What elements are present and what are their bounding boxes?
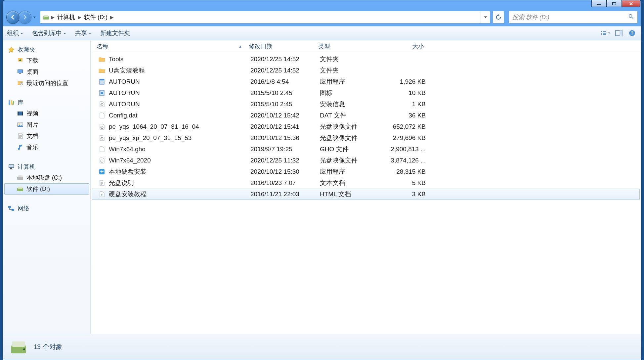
- nav-group-libraries: 库 视频 图片 文档 音乐: [4, 97, 89, 153]
- file-type-icon: [98, 101, 106, 108]
- file-size: 1 KB: [386, 101, 429, 108]
- download-icon: [17, 57, 24, 64]
- nav-label: 计算机: [18, 163, 35, 171]
- nav-label: 库: [18, 99, 23, 107]
- nav-item-downloads[interactable]: 下载: [4, 55, 89, 66]
- file-size: 3 KB: [386, 191, 429, 198]
- file-row[interactable]: Win7x64_20202020/12/25 11:32光盘映像文件3,874,…: [92, 155, 640, 166]
- history-dropdown[interactable]: [31, 11, 37, 24]
- file-name: AUTORUN: [109, 101, 140, 108]
- nav-item-music[interactable]: 音乐: [4, 142, 89, 153]
- file-row[interactable]: pe_yqs_1064_20_07_31_16_042020/10/12 15:…: [92, 121, 640, 132]
- file-row[interactable]: AUTORUN2015/5/10 2:45安装信息1 KB: [92, 99, 640, 110]
- file-row[interactable]: U盘安装教程2020/12/25 14:52文件夹: [92, 65, 640, 76]
- breadcrumb-computer[interactable]: 计算机: [56, 11, 76, 23]
- breadcrumb-drive[interactable]: 软件 (D:): [83, 11, 109, 23]
- svg-rect-24: [18, 112, 19, 115]
- document-icon: [17, 132, 24, 140]
- nav-item-documents[interactable]: 文档: [4, 130, 89, 142]
- forward-button[interactable]: [18, 11, 31, 24]
- file-type-icon: [98, 78, 106, 85]
- nav-header-network[interactable]: 网络: [4, 203, 89, 214]
- col-name[interactable]: 名称 ▲: [93, 42, 245, 50]
- svg-point-50: [102, 161, 102, 161]
- file-type: 文本文档: [317, 179, 386, 187]
- svg-rect-20: [9, 100, 10, 105]
- nav-item-videos[interactable]: 视频: [4, 108, 89, 119]
- file-date: 2020/10/12 15:41: [247, 123, 317, 130]
- back-button[interactable]: [6, 11, 20, 24]
- file-date: 2020/10/12 15:36: [247, 134, 317, 142]
- main-area: 收藏夹 下载 桌面 最近访问的位置 库: [3, 40, 641, 334]
- nav-header-favorites[interactable]: 收藏夹: [4, 44, 89, 55]
- file-type: 文件夹: [317, 55, 386, 64]
- file-row[interactable]: Config.dat2020/10/12 15:42DAT 文件36 KB: [92, 110, 640, 121]
- nav-header-computer[interactable]: 计算机: [4, 161, 89, 172]
- nav-item-recent[interactable]: 最近访问的位置: [4, 77, 89, 89]
- file-name: pe_yqs_1064_20_07_31_16_04: [109, 123, 199, 130]
- music-icon: [17, 144, 24, 151]
- file-row[interactable]: 光盘说明2016/10/23 7:07文本文档5 KB: [92, 177, 640, 189]
- include-menu[interactable]: 包含到库中: [32, 29, 66, 37]
- col-size[interactable]: 大小: [384, 42, 427, 50]
- file-list[interactable]: Tools2020/12/25 14:52文件夹U盘安装教程2020/12/25…: [91, 52, 641, 334]
- svg-point-42: [101, 92, 103, 94]
- library-icon: [8, 99, 15, 106]
- organize-menu[interactable]: 组织: [7, 29, 23, 37]
- file-date: 2020/12/25 11:32: [247, 157, 317, 164]
- newfolder-button[interactable]: 新建文件夹: [100, 29, 130, 37]
- nav-item-drive-d[interactable]: 软件 (D:): [4, 183, 89, 195]
- file-row[interactable]: Tools2020/12/25 14:52文件夹: [92, 54, 640, 65]
- address-bar[interactable]: ▶ 计算机 ▶ 软件 (D:) ▶: [40, 11, 490, 23]
- file-name: pe_yqs_xp_20_07_31_15_53: [109, 134, 192, 142]
- share-menu[interactable]: 共享: [75, 29, 92, 37]
- file-row[interactable]: Win7x64.gho2019/9/7 19:25GHO 文件2,900,813…: [92, 144, 640, 155]
- svg-rect-21: [11, 100, 12, 105]
- file-date: 2020/10/12 15:30: [247, 168, 317, 175]
- nav-item-pictures[interactable]: 图片: [4, 119, 89, 130]
- svg-rect-13: [620, 30, 622, 36]
- file-size: 3,874,126 ...: [386, 157, 429, 164]
- refresh-button[interactable]: [493, 11, 504, 23]
- svg-rect-32: [10, 169, 13, 169]
- drive-icon: [42, 14, 50, 21]
- minimize-button[interactable]: [591, 0, 607, 7]
- preview-pane-button[interactable]: [614, 28, 624, 38]
- help-button[interactable]: ?: [627, 28, 637, 38]
- drive-icon: [10, 338, 27, 356]
- nav-item-label: 桌面: [26, 68, 38, 76]
- nav-item-drive-c[interactable]: 本地磁盘 (C:): [4, 172, 89, 183]
- chevron-down-icon: [63, 30, 66, 37]
- col-name-label: 名称: [97, 42, 108, 50]
- svg-rect-31: [10, 168, 12, 169]
- svg-rect-9: [603, 33, 606, 33]
- file-name: U盘安装教程: [109, 66, 145, 75]
- svg-rect-25: [22, 112, 23, 115]
- navigation-pane: 收藏夹 下载 桌面 最近访问的位置 库: [3, 40, 91, 334]
- file-row[interactable]: 本地硬盘安装2020/10/12 15:30应用程序28,315 KB: [92, 166, 640, 177]
- svg-point-27: [19, 123, 20, 125]
- col-date[interactable]: 修改日期: [245, 42, 315, 50]
- nav-header-libraries[interactable]: 库: [4, 97, 89, 108]
- file-type-icon: [98, 89, 106, 97]
- nav-item-desktop[interactable]: 桌面: [4, 66, 89, 77]
- file-row[interactable]: e硬盘安装教程2016/11/21 22:03HTML 文档3 KB: [92, 189, 640, 200]
- file-size: 279,696 KB: [386, 134, 429, 142]
- navbar: ▶ 计算机 ▶ 软件 (D:) ▶ 搜索 软件 (D:): [3, 8, 641, 26]
- file-row[interactable]: AUTORUN2016/1/8 4:54应用程序1,926 KB: [92, 76, 640, 87]
- file-type: HTML 文档: [317, 190, 386, 199]
- col-type[interactable]: 类型: [315, 42, 384, 50]
- file-row[interactable]: pe_yqs_xp_20_07_31_15_532020/10/12 15:36…: [92, 132, 640, 144]
- svg-rect-30: [9, 165, 14, 167]
- address-dropdown[interactable]: [481, 11, 490, 23]
- file-row[interactable]: AUTORUN2015/5/10 2:45图标10 KB: [92, 87, 640, 99]
- close-button[interactable]: [622, 0, 640, 7]
- search-input[interactable]: 搜索 软件 (D:): [509, 11, 638, 23]
- maximize-button[interactable]: [607, 0, 622, 7]
- view-mode-button[interactable]: [601, 28, 611, 38]
- chevron-down-icon: [88, 30, 92, 37]
- drive-icon: [17, 174, 24, 181]
- file-size: 652,072 KB: [386, 123, 429, 130]
- search-placeholder: 搜索 软件 (D:): [512, 13, 549, 21]
- svg-point-48: [102, 138, 102, 139]
